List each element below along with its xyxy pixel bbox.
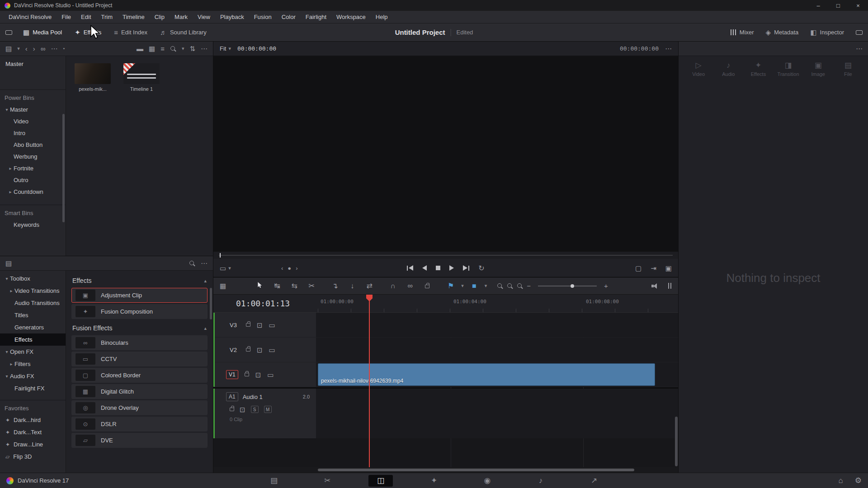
menu-help[interactable]: Help [371, 14, 393, 20]
razor-tool[interactable]: ✂ [305, 282, 318, 290]
track-lane-v2[interactable] [316, 338, 678, 362]
play-button[interactable] [449, 265, 454, 271]
timeline-clip-card[interactable]: Timeline 1 [123, 63, 160, 92]
favorite-item-flip-3d[interactable]: ▱ Flip 3D [0, 450, 66, 463]
menu-fusion[interactable]: Fusion [249, 14, 277, 20]
marker-button[interactable]: ■ [467, 282, 481, 290]
selection-tool[interactable] [253, 282, 267, 291]
back-icon[interactable]: ‹ [25, 45, 28, 52]
ui-layout-icon[interactable] [5, 30, 12, 35]
fullscreen-icon[interactable]: ▣ [665, 265, 672, 272]
replace-clip-button[interactable]: ⇄ [363, 282, 376, 290]
media-clip-card[interactable]: pexels-mik... [74, 63, 111, 92]
menu-mark[interactable]: Mark [170, 14, 193, 20]
trim-edit-tool[interactable]: ↹ [270, 282, 284, 290]
effect-binoculars[interactable]: ∞ Binoculars [71, 335, 208, 350]
zoom-slider-knob[interactable] [571, 284, 574, 288]
auto-select-icon[interactable]: ⊡ [255, 371, 261, 378]
full-extent-zoom-icon[interactable] [497, 283, 503, 289]
inspector-tab-image[interactable]: ▣ Image [806, 61, 831, 77]
tree-audio-fx[interactable]: ▾ Audio FX [0, 370, 66, 382]
mixer-button[interactable]: Mixer [730, 29, 754, 36]
collapse-section-icon[interactable]: ▴ [204, 326, 207, 331]
bin-scrollbar[interactable] [62, 114, 65, 222]
menu-timeline[interactable]: Timeline [118, 14, 150, 20]
page-fairlight[interactable]: ♪ [528, 475, 553, 487]
bin-list-toggle-icon[interactable]: ▤ [5, 45, 12, 52]
page-edit[interactable]: ◫ [368, 475, 393, 487]
tree-filters[interactable]: ▸ Filters [0, 358, 66, 370]
lock-track-icon[interactable] [230, 408, 234, 411]
auto-select-icon[interactable]: ⊡ [257, 347, 263, 353]
jog-icon[interactable]: ● [288, 265, 291, 271]
inspector-tab-transition[interactable]: ◨ Transition [776, 61, 801, 77]
custom-zoom-icon[interactable] [517, 283, 523, 289]
maximize-button[interactable]: □ [828, 0, 848, 11]
effect-dve[interactable]: ▱ DVE [71, 433, 208, 448]
menu-trim[interactable]: Trim [96, 14, 118, 20]
inspector-options-icon[interactable]: ⋯ [856, 45, 863, 52]
scrub-playhead[interactable] [220, 253, 221, 258]
inspector-tab-effects[interactable]: ✦ Effects [745, 61, 771, 77]
list-view-icon[interactable]: ≡ [160, 45, 165, 52]
track-header-a1[interactable]: A1 Audio 1 2.0 ⊡ S M 0 Clip [213, 389, 316, 438]
sound-library-button[interactable]: ♬ Sound Library [160, 29, 207, 36]
bin-root-master[interactable]: Master [0, 58, 66, 70]
step-forward-icon[interactable]: › [296, 265, 297, 271]
position-lock-button[interactable] [420, 282, 434, 290]
project-home-icon[interactable]: ⌂ [838, 477, 843, 484]
bin-fortnite[interactable]: ▸ Fortnite [0, 162, 66, 174]
lock-track-icon[interactable] [245, 373, 249, 376]
lock-track-icon[interactable] [246, 323, 250, 327]
snapping-button[interactable]: ∩ [386, 282, 400, 290]
tree-audio-transitions[interactable]: Audio Transitions [0, 297, 66, 309]
minimize-button[interactable]: – [808, 0, 828, 11]
solo-button[interactable]: S [251, 406, 259, 413]
auto-select-icon[interactable]: ⊡ [240, 406, 245, 413]
timeline-horizontal-scrollbar[interactable] [318, 469, 634, 471]
favorite-item-2[interactable]: ✦ Dark...Text [0, 426, 66, 438]
effect-drone-overlay[interactable]: ◎ Drone Overlay [71, 400, 208, 415]
tree-open-fx[interactable]: ▾ Open FX [0, 346, 66, 358]
dynamic-trim-tool[interactable]: ⇆ [288, 282, 301, 290]
effect-digital-glitch[interactable]: ▦ Digital Glitch [71, 384, 208, 399]
track-lane-a1[interactable] [316, 389, 678, 438]
dual-screen-icon[interactable] [856, 30, 863, 35]
auto-select-icon[interactable]: ⊡ [257, 322, 263, 328]
page-deliver[interactable]: ↗ [582, 475, 606, 487]
bin-intro[interactable]: Intro [0, 127, 66, 139]
zoom-slider[interactable] [538, 286, 597, 286]
inspector-tab-audio[interactable]: ♪ Audio [716, 61, 741, 77]
page-fusion[interactable]: ✦ [422, 475, 446, 487]
bin-options-icon[interactable]: ⋯ [51, 45, 57, 52]
bin-werbung[interactable]: Werbung [0, 150, 66, 162]
stop-button[interactable] [436, 266, 440, 270]
menu-clip[interactable]: Clip [150, 14, 170, 20]
goto-in-icon[interactable]: ⇥ [651, 265, 656, 272]
search-icon[interactable] [170, 46, 176, 52]
tree-generators[interactable]: Generators [0, 321, 66, 333]
tree-video-transitions[interactable]: ▸ Video Transitions [0, 285, 66, 297]
timeline-clip[interactable]: pexels-mikhail-nilov-6942639.mp4 [318, 363, 655, 386]
bin-video[interactable]: Video [0, 115, 66, 127]
viewer-options-icon[interactable]: ⋯ [665, 45, 672, 52]
timeline-vertical-scrollbar[interactable] [675, 417, 678, 466]
filmstrip-view-icon[interactable]: ▬ [137, 45, 143, 52]
match-frame-icon[interactable]: ▢ [635, 265, 642, 272]
page-cut[interactable]: ✂ [315, 475, 340, 487]
menu-fairlight[interactable]: Fairlight [301, 14, 331, 20]
source-patch-icon[interactable]: ▭ [267, 371, 274, 378]
menu-playback[interactable]: Playback [215, 14, 249, 20]
tree-fairlight-fx[interactable]: Fairlight FX [0, 382, 66, 394]
bin-keywords[interactable]: Keywords [0, 219, 66, 230]
viewer-scrub-bar[interactable] [213, 252, 678, 259]
media-pool-options-icon[interactable]: ⋯ [201, 45, 208, 52]
collapse-section-icon[interactable]: ▴ [204, 278, 207, 283]
detail-zoom-icon[interactable] [507, 283, 513, 289]
menu-edit[interactable]: Edit [76, 14, 96, 20]
search-chevron-icon[interactable]: ▾ [182, 46, 184, 51]
bin-countdown[interactable]: ▸ Countdown [0, 186, 66, 197]
effect-dslr[interactable]: ⊙ DSLR [71, 417, 208, 432]
effects-search-icon[interactable] [189, 260, 195, 267]
destination-v1-button[interactable]: V1 [226, 370, 238, 379]
